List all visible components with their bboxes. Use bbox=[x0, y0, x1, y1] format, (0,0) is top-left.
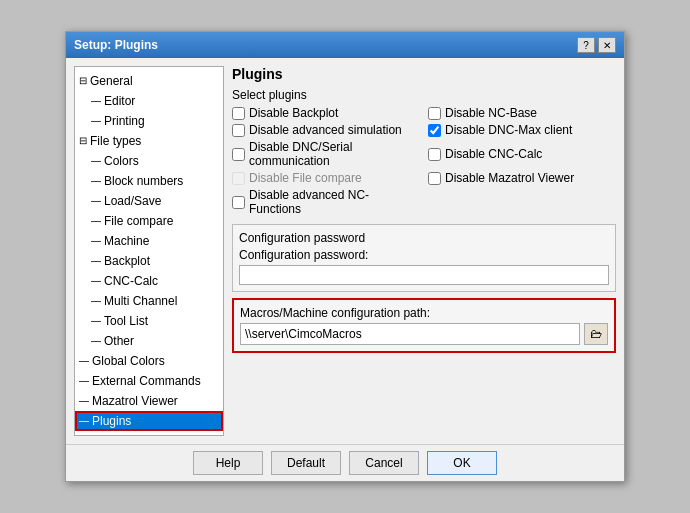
tree-item-multi-channel[interactable]: — Multi Channel bbox=[75, 291, 223, 311]
config-password-section: Configuration password Configuration pas… bbox=[232, 224, 616, 292]
config-password-title: Configuration password bbox=[239, 231, 609, 245]
checkbox-disable-backplot: Disable Backplot bbox=[232, 106, 420, 120]
tree-item-external-commands[interactable]: — External Commands bbox=[75, 371, 223, 391]
tree-prefix-icon: ⊟ bbox=[79, 72, 87, 90]
tree-item-load-save[interactable]: — Load/Save bbox=[75, 191, 223, 211]
tree-prefix-icon: — bbox=[79, 372, 89, 390]
select-plugins-label: Select plugins bbox=[232, 88, 616, 102]
tree-prefix-icon: — bbox=[79, 352, 89, 370]
tree-item-other[interactable]: — Other bbox=[75, 331, 223, 351]
browse-folder-button[interactable]: 🗁 bbox=[584, 323, 608, 345]
tree-prefix-icon: — bbox=[91, 252, 101, 270]
disable-dnc-serial-label: Disable DNC/Serial communication bbox=[249, 140, 420, 168]
tree-item-block-numbers[interactable]: — Block numbers bbox=[75, 171, 223, 191]
tree-item-label: General bbox=[90, 72, 133, 90]
checkbox-grid: Disable Backplot Disable NC-Base Disable… bbox=[232, 106, 616, 216]
checkbox-disable-advanced-nc: Disable advanced NC-Functions bbox=[232, 188, 420, 216]
dialog-footer: Help Default Cancel OK bbox=[66, 444, 624, 481]
title-bar: Setup: Plugins ? ✕ bbox=[66, 32, 624, 58]
tree-item-editor[interactable]: — Editor bbox=[75, 91, 223, 111]
checkbox-disable-advanced-sim: Disable advanced simulation bbox=[232, 123, 420, 137]
tree-prefix-icon: — bbox=[91, 292, 101, 310]
tree-prefix-icon: — bbox=[91, 192, 101, 210]
close-window-button[interactable]: ✕ bbox=[598, 37, 616, 53]
checkbox-disable-nc-base: Disable NC-Base bbox=[428, 106, 616, 120]
disable-dnc-max-label: Disable DNC-Max client bbox=[445, 123, 572, 137]
disable-dnc-serial-checkbox[interactable] bbox=[232, 148, 245, 161]
tree-prefix-icon: — bbox=[91, 92, 101, 110]
folder-icon: 🗁 bbox=[590, 327, 602, 341]
disable-backplot-label: Disable Backplot bbox=[249, 106, 338, 120]
window-title: Setup: Plugins bbox=[74, 38, 158, 52]
disable-nc-base-checkbox[interactable] bbox=[428, 107, 441, 120]
tree-panel: ⊟ General— Editor— Printing⊟ File types—… bbox=[74, 66, 224, 436]
tree-item-label: CNC-Calc bbox=[104, 272, 158, 290]
tree-item-file-compare[interactable]: — File compare bbox=[75, 211, 223, 231]
tree-item-label: Tool List bbox=[104, 312, 148, 330]
tree-prefix-icon: — bbox=[91, 172, 101, 190]
disable-file-compare-checkbox bbox=[232, 172, 245, 185]
tree-prefix-icon: — bbox=[91, 112, 101, 130]
tree-item-label: File compare bbox=[104, 212, 173, 230]
checkbox-disable-file-compare: Disable File compare bbox=[232, 171, 420, 185]
default-button[interactable]: Default bbox=[271, 451, 341, 475]
disable-advanced-nc-checkbox[interactable] bbox=[232, 196, 245, 209]
tree-item-label: Plugins bbox=[92, 412, 131, 430]
tree-prefix-icon: — bbox=[91, 312, 101, 330]
tree-item-machine[interactable]: — Machine bbox=[75, 231, 223, 251]
tree-item-label: Load/Save bbox=[104, 192, 161, 210]
disable-backplot-checkbox[interactable] bbox=[232, 107, 245, 120]
disable-mazatrol-checkbox[interactable] bbox=[428, 172, 441, 185]
dialog-window: Setup: Plugins ? ✕ ⊟ General— Editor— Pr… bbox=[65, 31, 625, 482]
disable-advanced-sim-checkbox[interactable] bbox=[232, 124, 245, 137]
tree-item-label: Other bbox=[104, 332, 134, 350]
tree-item-plugins[interactable]: — Plugins bbox=[75, 411, 223, 431]
dialog-body: ⊟ General— Editor— Printing⊟ File types—… bbox=[66, 58, 624, 444]
tree-prefix-icon: — bbox=[79, 392, 89, 410]
tree-item-printing[interactable]: — Printing bbox=[75, 111, 223, 131]
plugins-section: Plugins Select plugins Disable Backplot … bbox=[232, 66, 616, 353]
tree-item-label: Block numbers bbox=[104, 172, 183, 190]
tree-item-label: Mazatrol Viewer bbox=[92, 392, 178, 410]
ok-button[interactable]: OK bbox=[427, 451, 497, 475]
checkbox-disable-dnc-max: Disable DNC-Max client bbox=[428, 123, 616, 137]
tree-item-label: Printing bbox=[104, 112, 145, 130]
tree-prefix-icon: — bbox=[79, 412, 89, 430]
tree-item-global-colors[interactable]: — Global Colors bbox=[75, 351, 223, 371]
macros-path-input[interactable] bbox=[240, 323, 580, 345]
config-password-field-label: Configuration password: bbox=[239, 248, 609, 262]
title-bar-buttons: ? ✕ bbox=[577, 37, 616, 53]
disable-dnc-max-checkbox[interactable] bbox=[428, 124, 441, 137]
disable-advanced-nc-label: Disable advanced NC-Functions bbox=[249, 188, 420, 216]
help-button[interactable]: Help bbox=[193, 451, 263, 475]
tree-item-label: Backplot bbox=[104, 252, 150, 270]
help-title-button[interactable]: ? bbox=[577, 37, 595, 53]
tree-prefix-icon: — bbox=[91, 272, 101, 290]
disable-nc-base-label: Disable NC-Base bbox=[445, 106, 537, 120]
macros-label: Macros/Machine configuration path: bbox=[240, 306, 608, 320]
tree-item-colors[interactable]: — Colors bbox=[75, 151, 223, 171]
tree-item-label: Global Colors bbox=[92, 352, 165, 370]
tree-item-general[interactable]: ⊟ General bbox=[75, 71, 223, 91]
tree-prefix-icon: ⊟ bbox=[79, 132, 87, 150]
checkbox-disable-mazatrol: Disable Mazatrol Viewer bbox=[428, 171, 616, 185]
tree-item-backplot[interactable]: — Backplot bbox=[75, 251, 223, 271]
macros-input-row: 🗁 bbox=[240, 323, 608, 345]
tree-item-mazatrol-viewer[interactable]: — Mazatrol Viewer bbox=[75, 391, 223, 411]
config-password-input[interactable] bbox=[239, 265, 609, 285]
tree-item-file-types[interactable]: ⊟ File types bbox=[75, 131, 223, 151]
disable-advanced-sim-label: Disable advanced simulation bbox=[249, 123, 402, 137]
tree-item-tool-list[interactable]: — Tool List bbox=[75, 311, 223, 331]
cancel-button[interactable]: Cancel bbox=[349, 451, 419, 475]
tree-item-label: Editor bbox=[104, 92, 135, 110]
tree-item-label: External Commands bbox=[92, 372, 201, 390]
tree-item-cnc-calc[interactable]: — CNC-Calc bbox=[75, 271, 223, 291]
disable-cnc-calc-label: Disable CNC-Calc bbox=[445, 147, 542, 161]
tree-prefix-icon: — bbox=[91, 332, 101, 350]
tree-prefix-icon: — bbox=[91, 152, 101, 170]
disable-cnc-calc-checkbox[interactable] bbox=[428, 148, 441, 161]
disable-file-compare-label: Disable File compare bbox=[249, 171, 362, 185]
tree-item-label: File types bbox=[90, 132, 141, 150]
tree-item-label: Multi Channel bbox=[104, 292, 177, 310]
disable-mazatrol-label: Disable Mazatrol Viewer bbox=[445, 171, 574, 185]
